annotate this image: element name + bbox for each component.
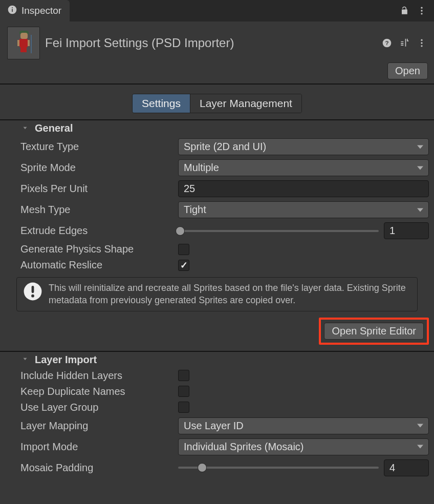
label-texture-type: Texture Type <box>20 141 174 153</box>
open-button[interactable]: Open <box>387 62 428 79</box>
checkbox-auto-reslice[interactable] <box>178 260 189 271</box>
label-sprite-mode: Sprite Mode <box>20 162 174 174</box>
warning-icon <box>23 282 42 304</box>
label-auto-reslice: Automatic Reslice <box>20 259 174 271</box>
help-icon[interactable]: ? <box>382 38 392 48</box>
subtab-group: Settings Layer Management <box>0 85 434 119</box>
info-icon <box>7 5 17 17</box>
inspector-tab[interactable]: Inspector <box>0 0 70 22</box>
select-mesh-type[interactable]: Tight <box>178 201 429 218</box>
asset-thumbnail <box>7 27 40 59</box>
svg-point-5 <box>421 13 422 14</box>
label-extrude: Extrude Edges <box>20 225 174 237</box>
info-box: This will reinitialize and recreate all … <box>16 277 418 311</box>
label-mapping: Layer Mapping <box>20 420 174 432</box>
section-general[interactable]: General <box>0 120 434 136</box>
preset-icon[interactable] <box>399 38 409 48</box>
tab-label: Inspector <box>21 5 61 16</box>
tab-layer-management[interactable]: Layer Management <box>190 94 301 113</box>
svg-point-8 <box>421 39 422 41</box>
svg-point-10 <box>421 45 422 47</box>
label-import-mode: Import Mode <box>20 441 174 453</box>
svg-point-13 <box>31 295 34 298</box>
label-mesh-type: Mesh Type <box>20 204 174 216</box>
svg-rect-1 <box>12 9 13 12</box>
highlight-annotation: Open Sprite Editor <box>319 318 429 345</box>
tab-settings[interactable]: Settings <box>133 94 190 113</box>
select-mapping[interactable]: Use Layer ID <box>178 417 429 434</box>
svg-rect-2 <box>12 7 13 8</box>
section-layer-import[interactable]: Layer Import <box>0 352 434 368</box>
slider-padding[interactable] <box>178 467 379 469</box>
section-title: Layer Import <box>23 354 97 366</box>
input-extrude[interactable]: 1 <box>384 222 429 239</box>
section-title: General <box>23 122 73 134</box>
info-text: This will reinitialize and recreate all … <box>49 282 411 307</box>
window-tabbar: Inspector <box>0 0 434 22</box>
label-gen-physics: Generate Physics Shape <box>20 243 174 255</box>
asset-header: Fei Import Settings (PSD Importer) ? <box>0 22 434 62</box>
label-ppu: Pixels Per Unit <box>20 183 174 195</box>
slider-extrude[interactable] <box>178 230 379 232</box>
svg-point-9 <box>421 42 422 44</box>
svg-point-3 <box>421 7 422 9</box>
kebab-icon[interactable] <box>417 38 427 48</box>
foldout-arrow-icon <box>21 354 29 365</box>
svg-text:?: ? <box>385 39 388 46</box>
kebab-icon[interactable] <box>417 6 427 16</box>
checkbox-gen-physics[interactable] <box>178 244 189 255</box>
label-use-group: Use Layer Group <box>20 402 174 413</box>
select-import-mode[interactable]: Individual Sprites (Mosaic) <box>178 438 429 455</box>
checkbox-use-group[interactable] <box>178 402 189 413</box>
asset-title: Fei Import Settings (PSD Importer) <box>45 36 234 50</box>
svg-rect-12 <box>32 286 34 293</box>
lock-icon[interactable] <box>399 6 409 16</box>
label-keep-dup: Keep Duplicate Names <box>20 386 174 397</box>
input-ppu[interactable]: 25 <box>178 180 429 197</box>
svg-point-4 <box>421 10 422 11</box>
label-include-hidden: Include Hidden Layers <box>20 370 174 382</box>
select-sprite-mode[interactable]: Multiple <box>178 159 429 176</box>
label-padding: Mosaic Padding <box>20 462 174 474</box>
select-texture-type[interactable]: Sprite (2D and UI) <box>178 138 429 155</box>
input-padding[interactable]: 4 <box>384 459 429 476</box>
checkbox-keep-dup[interactable] <box>178 386 189 397</box>
open-sprite-editor-button[interactable]: Open Sprite Editor <box>324 323 424 340</box>
foldout-arrow-icon <box>21 123 29 134</box>
checkbox-include-hidden[interactable] <box>178 370 189 381</box>
